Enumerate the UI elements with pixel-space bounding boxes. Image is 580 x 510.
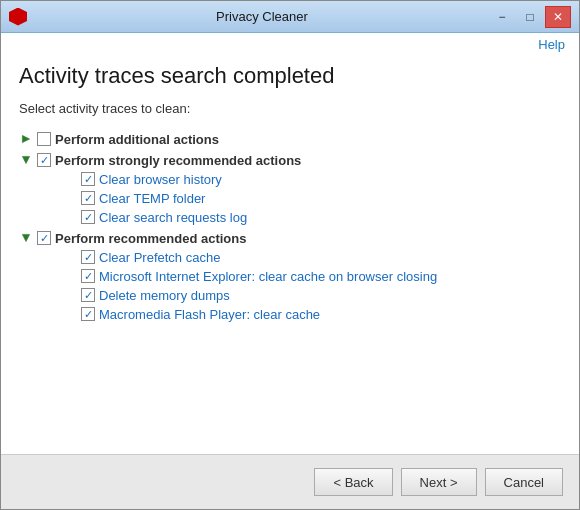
tree-item-recommended: Perform recommended actions Clear Prefet… [19, 229, 555, 324]
tree-row-search-requests: Clear search requests log [63, 208, 555, 227]
checkbox-memory-dumps[interactable] [81, 288, 95, 302]
tree-row-temp-folder: Clear TEMP folder [63, 189, 555, 208]
expand-icon-strongly[interactable] [19, 153, 33, 167]
label-browser-history: Clear browser history [99, 172, 222, 187]
minimize-button[interactable]: − [489, 6, 515, 28]
label-flash-cache: Macromedia Flash Player: clear cache [99, 307, 320, 322]
svg-marker-2 [22, 234, 29, 241]
checkbox-temp-folder[interactable] [81, 191, 95, 205]
svg-marker-1 [22, 156, 29, 163]
select-label: Select activity traces to clean: [19, 101, 555, 116]
checkbox-ie-cache[interactable] [81, 269, 95, 283]
expand-icon-additional[interactable] [19, 132, 33, 146]
tree-row-strongly: Perform strongly recommended actions [19, 151, 555, 170]
next-button[interactable]: Next > [401, 468, 477, 496]
maximize-button[interactable]: □ [517, 6, 543, 28]
label-ie-cache: Microsoft Internet Explorer: clear cache… [99, 269, 437, 284]
checkbox-prefetch[interactable] [81, 250, 95, 264]
label-additional: Perform additional actions [55, 132, 219, 147]
window-title: Privacy Cleaner [35, 9, 489, 24]
scroll-area[interactable]: Activity traces search completed Select … [19, 62, 561, 444]
label-temp-folder: Clear TEMP folder [99, 191, 205, 206]
back-button[interactable]: < Back [314, 468, 392, 496]
tree-row-recommended: Perform recommended actions [19, 229, 555, 248]
window-controls: − □ ✕ [489, 6, 571, 28]
checkbox-strongly[interactable] [37, 153, 51, 167]
cancel-button[interactable]: Cancel [485, 468, 563, 496]
checkbox-browser-history[interactable] [81, 172, 95, 186]
checkbox-search-requests[interactable] [81, 210, 95, 224]
footer: < Back Next > Cancel [1, 454, 579, 509]
tree-row-flash-cache: Macromedia Flash Player: clear cache [63, 305, 555, 324]
tree-item-additional: Perform additional actions [19, 130, 555, 149]
tree-row-browser-history: Clear browser history [63, 170, 555, 189]
label-prefetch: Clear Prefetch cache [99, 250, 220, 265]
tree-row-prefetch: Clear Prefetch cache [63, 248, 555, 267]
main-window: Privacy Cleaner − □ ✕ Help Activity trac… [0, 0, 580, 510]
svg-marker-0 [22, 135, 29, 142]
app-icon [9, 8, 27, 26]
tree-row-additional: Perform additional actions [19, 130, 555, 149]
page-heading: Activity traces search completed [19, 62, 555, 91]
title-bar: Privacy Cleaner − □ ✕ [1, 1, 579, 33]
label-strongly: Perform strongly recommended actions [55, 153, 301, 168]
content-area: Help Activity traces search completed Se… [1, 33, 579, 454]
help-link[interactable]: Help [538, 37, 565, 52]
expand-icon-recommended[interactable] [19, 231, 33, 245]
label-search-requests: Clear search requests log [99, 210, 247, 225]
tree-row-memory-dumps: Delete memory dumps [63, 286, 555, 305]
label-memory-dumps: Delete memory dumps [99, 288, 230, 303]
main-content: Activity traces search completed Select … [1, 52, 579, 454]
checkbox-additional[interactable] [37, 132, 51, 146]
top-bar: Help [1, 33, 579, 52]
tree-item-strongly: Perform strongly recommended actions Cle… [19, 151, 555, 227]
label-recommended: Perform recommended actions [55, 231, 246, 246]
close-button[interactable]: ✕ [545, 6, 571, 28]
checkbox-flash-cache[interactable] [81, 307, 95, 321]
tree: Perform additional actions P [19, 130, 555, 324]
checkbox-recommended[interactable] [37, 231, 51, 245]
tree-row-ie-cache: Microsoft Internet Explorer: clear cache… [63, 267, 555, 286]
